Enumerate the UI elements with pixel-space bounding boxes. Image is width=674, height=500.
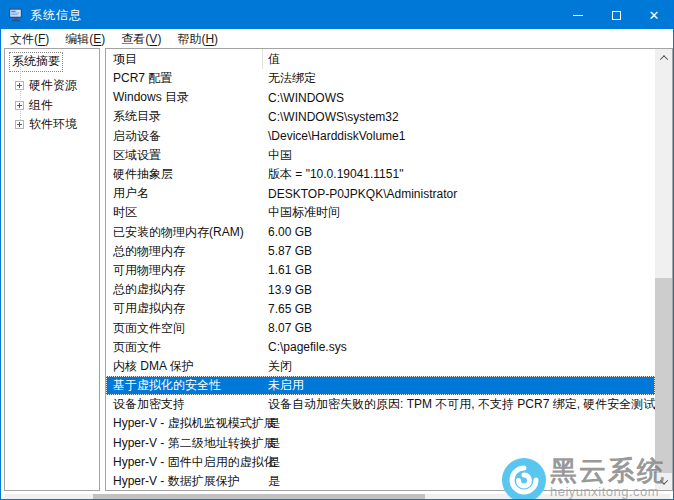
tree-item-system-summary[interactable]: 系统摘要 xyxy=(9,52,63,72)
value-cell: 是 xyxy=(263,435,655,452)
value-cell: \Device\HarddiskVolume1 xyxy=(263,129,655,143)
table-row[interactable]: 用户名 DESKTOP-P0JPKQK\Administrator xyxy=(106,184,655,203)
menu-item[interactable]: 编辑(E) xyxy=(57,30,113,48)
table-row[interactable]: Hyper-V - 第二级地址转换扩展 是 xyxy=(106,434,655,453)
tree-item-label: 软件环境 xyxy=(29,116,77,133)
tree-item-label: 硬件资源 xyxy=(29,77,77,94)
item-cell: 页面文件空间 xyxy=(106,320,263,337)
table-row[interactable]: Hyper-V - 虚拟机监视模式扩展 是 xyxy=(106,414,655,433)
value-cell: C:\pagefile.sys xyxy=(263,340,655,354)
column-header-item[interactable]: 项目 xyxy=(106,49,263,69)
horizontal-scrollbar-thumb[interactable] xyxy=(93,494,425,500)
value-cell: 设备自动加密失败的原因: TPM 不可用, 不支持 PCR7 绑定, 硬件安全测… xyxy=(263,396,655,413)
minimize-icon xyxy=(573,15,583,16)
table-row[interactable]: 页面文件空间 8.07 GB xyxy=(106,318,655,337)
item-cell: 启动设备 xyxy=(106,128,263,145)
item-cell: PCR7 配置 xyxy=(106,70,263,87)
table-row[interactable]: Windows 目录 C:\WINDOWS xyxy=(106,88,655,107)
table-row[interactable]: 区域设置 中国 xyxy=(106,146,655,165)
caption-buttons: ✕ xyxy=(559,1,673,29)
table-row[interactable]: PCR7 配置 无法绑定 xyxy=(106,69,655,88)
close-icon: ✕ xyxy=(649,9,660,22)
table-row[interactable]: 内核 DMA 保护 关闭 xyxy=(106,357,655,376)
scroll-up-button[interactable] xyxy=(655,49,672,66)
item-cell: 可用物理内存 xyxy=(106,262,263,279)
item-cell: Hyper-V - 固件中启用的虚拟化 xyxy=(106,454,263,471)
value-cell: 6.00 GB xyxy=(263,225,655,239)
scroll-down-button[interactable] xyxy=(655,473,672,490)
window-title: 系统信息 xyxy=(30,7,82,24)
category-tree-pane: 系统摘要 硬件资源组件软件环境 xyxy=(4,48,100,491)
tree-item-label: 组件 xyxy=(29,97,53,114)
menu-bar: 文件(F)编辑(E)查看(V)帮助(H) xyxy=(1,29,673,48)
expand-plus-icon[interactable] xyxy=(15,81,24,90)
column-header-value[interactable]: 值 xyxy=(263,51,655,68)
horizontal-scrollbar[interactable] xyxy=(4,494,670,500)
item-cell: 总的虚拟内存 xyxy=(106,281,263,298)
tree-item[interactable]: 组件 xyxy=(15,96,99,116)
table-row[interactable]: 可用虚拟内存 7.65 GB xyxy=(106,299,655,318)
table-row[interactable]: 页面文件 C:\pagefile.sys xyxy=(106,338,655,357)
system-information-window: 系统信息 ✕ 文件(F)编辑(E)查看(V)帮助(H) 系统摘要 硬件资源组件软… xyxy=(0,0,674,500)
value-cell: 未启用 xyxy=(263,377,655,394)
maximize-icon xyxy=(612,11,621,20)
close-button[interactable]: ✕ xyxy=(635,1,673,29)
value-cell: 13.9 GB xyxy=(263,283,655,297)
value-cell: 是 xyxy=(263,415,655,432)
menu-item[interactable]: 帮助(H) xyxy=(169,30,226,48)
item-cell: Hyper-V - 数据扩展保护 xyxy=(106,473,263,490)
tree-item[interactable]: 硬件资源 xyxy=(15,76,99,96)
details-list-pane: 项目 值 PCR7 配置 无法绑定 Windows 目录 C:\WINDOWS … xyxy=(105,48,673,491)
expand-plus-icon[interactable] xyxy=(15,101,24,110)
item-cell: Hyper-V - 第二级地址转换扩展 xyxy=(106,435,263,452)
table-row[interactable]: 基于虚拟化的安全性 未启用 xyxy=(106,376,655,395)
item-cell: 系统目录 xyxy=(106,108,263,125)
value-cell: 7.65 GB xyxy=(263,302,655,316)
expand-plus-icon[interactable] xyxy=(15,120,24,129)
value-cell: DESKTOP-P0JPKQK\Administrator xyxy=(263,187,655,201)
chevron-down-icon xyxy=(659,476,667,484)
maximize-button[interactable] xyxy=(597,1,635,29)
table-row[interactable]: 时区 中国标准时间 xyxy=(106,203,655,222)
item-cell: Hyper-V - 虚拟机监视模式扩展 xyxy=(106,415,263,432)
item-cell: 设备加密支持 xyxy=(106,396,263,413)
table-row[interactable]: Hyper-V - 固件中启用的虚拟化 是 xyxy=(106,453,655,472)
value-cell: 中国标准时间 xyxy=(263,204,655,221)
tree-item[interactable]: 软件环境 xyxy=(15,115,99,135)
table-row[interactable]: 总的虚拟内存 13.9 GB xyxy=(106,280,655,299)
minimize-button[interactable] xyxy=(559,1,597,29)
item-cell: 内核 DMA 保护 xyxy=(106,358,263,375)
value-cell: 版本 = "10.0.19041.1151" xyxy=(263,166,655,183)
item-cell: Windows 目录 xyxy=(106,89,263,106)
list-header-row: 项目 值 xyxy=(106,49,655,69)
table-row[interactable]: 系统目录 C:\WINDOWS\system32 xyxy=(106,107,655,126)
item-cell: 总的物理内存 xyxy=(106,243,263,260)
item-cell: 页面文件 xyxy=(106,339,263,356)
value-cell: 8.07 GB xyxy=(263,321,655,335)
item-cell: 硬件抽象层 xyxy=(106,166,263,183)
value-cell: 无法绑定 xyxy=(263,70,655,87)
table-row[interactable]: Hyper-V - 数据扩展保护 是 xyxy=(106,472,655,491)
value-cell: 是 xyxy=(263,473,655,490)
value-cell: 1.61 GB xyxy=(263,263,655,277)
title-bar: 系统信息 ✕ xyxy=(1,1,673,29)
table-row[interactable]: 总的物理内存 5.87 GB xyxy=(106,242,655,261)
menu-item[interactable]: 查看(V) xyxy=(113,30,169,48)
vertical-scrollbar-thumb[interactable] xyxy=(655,278,672,473)
table-row[interactable]: 硬件抽象层 版本 = "10.0.19041.1151" xyxy=(106,165,655,184)
table-row[interactable]: 可用物理内存 1.61 GB xyxy=(106,261,655,280)
value-cell: 5.87 GB xyxy=(263,244,655,258)
menu-item[interactable]: 文件(F) xyxy=(2,30,57,48)
item-cell: 时区 xyxy=(106,204,263,221)
table-row[interactable]: 已安装的物理内存(RAM) 6.00 GB xyxy=(106,223,655,242)
item-cell: 用户名 xyxy=(106,185,263,202)
table-row[interactable]: 启动设备 \Device\HarddiskVolume1 xyxy=(106,127,655,146)
value-cell: 中国 xyxy=(263,147,655,164)
item-cell: 可用虚拟内存 xyxy=(106,300,263,317)
item-cell: 区域设置 xyxy=(106,147,263,164)
value-cell: 关闭 xyxy=(263,358,655,375)
chevron-up-icon xyxy=(659,55,667,63)
msinfo-app-icon xyxy=(8,7,24,23)
table-row[interactable]: 设备加密支持 设备自动加密失败的原因: TPM 不可用, 不支持 PCR7 绑定… xyxy=(106,395,655,414)
vertical-scrollbar[interactable] xyxy=(655,49,672,490)
